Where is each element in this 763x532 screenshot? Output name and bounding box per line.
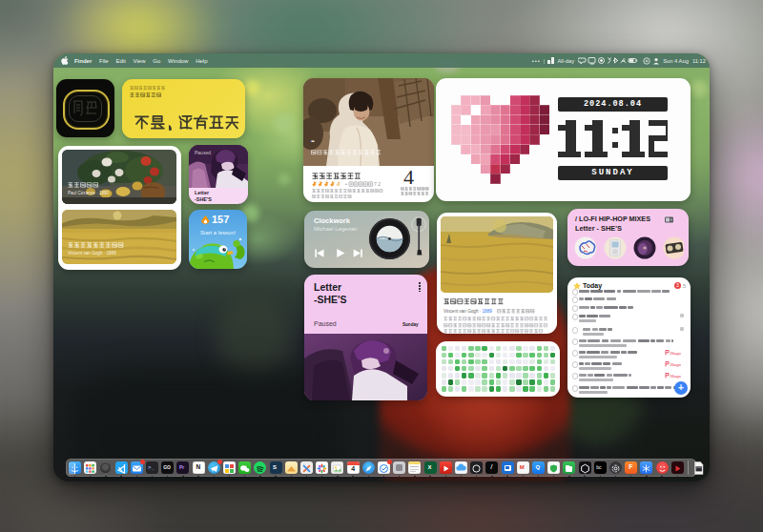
svg-text:26ago: 26ago (670, 351, 681, 356)
svg-text:7.2: 7.2 (374, 181, 381, 187)
svg-text:26ago: 26ago (670, 362, 681, 367)
svg-text:26ago: 26ago (670, 374, 681, 379)
